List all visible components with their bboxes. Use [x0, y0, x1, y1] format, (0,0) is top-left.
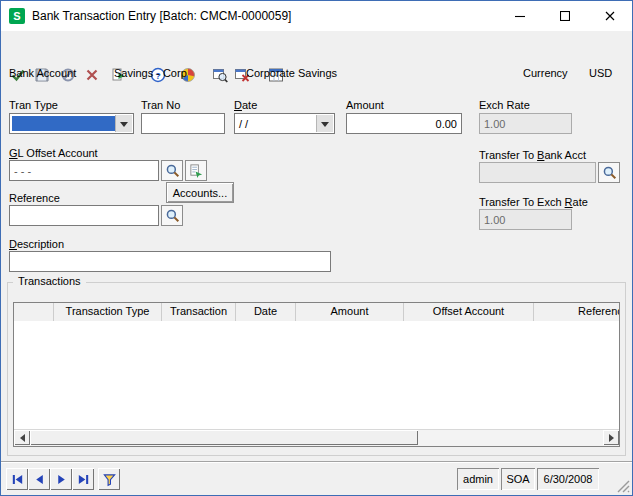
- scroll-right-button[interactable]: [603, 430, 619, 445]
- exch-rate-label: Exch Rate: [479, 99, 530, 112]
- window-title: Bank Transaction Entry [Batch: CMCM-0000…: [32, 1, 291, 31]
- resize-grip[interactable]: [616, 479, 630, 493]
- nav-first-button[interactable]: [6, 468, 28, 490]
- bank-account-label: Bank Account: [9, 67, 76, 80]
- user-box: admin: [457, 468, 499, 490]
- filter-button[interactable]: [98, 468, 120, 490]
- previous-record-icon: [32, 472, 47, 487]
- tran-type-dropdown-button[interactable]: [115, 115, 132, 132]
- gl-offset-lookup-button[interactable]: [161, 160, 183, 181]
- date-label: Date: [234, 99, 257, 112]
- bank-transaction-entry-window: S Bank Transaction Entry [Batch: CMCM-00…: [0, 0, 633, 496]
- column-header-date: Date: [236, 303, 296, 321]
- minimize-button[interactable]: [497, 1, 542, 30]
- date-dropdown-button[interactable]: [316, 115, 333, 132]
- date-value: / /: [239, 116, 248, 132]
- column-header-blank: [14, 303, 54, 321]
- next-record-icon: [54, 472, 69, 487]
- amount-label: Amount: [346, 99, 384, 112]
- description-label: Description: [9, 238, 64, 251]
- grid-header: Transaction Type Transaction Date Amount…: [14, 303, 619, 322]
- transfer-rate-label: Transfer To Exch Rate: [479, 196, 588, 209]
- column-header-transaction: Transaction: [162, 303, 236, 321]
- magnifier-icon: [165, 208, 180, 223]
- resize-grip-icon: [616, 479, 630, 493]
- tran-type-combo[interactable]: [9, 113, 134, 134]
- date-combo[interactable]: / /: [234, 113, 335, 134]
- date-box: 6/30/2008: [537, 468, 599, 490]
- column-header-reference: Reference: [534, 303, 619, 321]
- tran-type-selection: [12, 116, 115, 131]
- magnifier-icon: [602, 165, 617, 180]
- currency-label: Currency: [523, 67, 568, 80]
- transfer-bank-input: [479, 162, 596, 183]
- transfer-rate-input: [479, 209, 572, 230]
- scroll-right-icon: [609, 434, 618, 442]
- statusbar-divider: [1, 461, 632, 463]
- last-record-icon: [76, 472, 91, 487]
- scroll-left-button[interactable]: [14, 430, 30, 445]
- reference-input[interactable]: [9, 205, 159, 226]
- batch-lookup-button[interactable]: [209, 64, 231, 86]
- batch-lookup-icon: [212, 67, 228, 83]
- accounts-button[interactable]: Accounts...: [166, 182, 234, 203]
- magnifier-icon: [165, 163, 180, 178]
- maximize-icon: [560, 11, 570, 21]
- minimize-icon: [515, 11, 525, 21]
- scroll-thumb[interactable]: [30, 430, 418, 445]
- transfer-bank-lookup-button[interactable]: [598, 162, 620, 183]
- column-header-offset-account: Offset Account: [404, 303, 534, 321]
- toolbar: ?: [1, 31, 632, 57]
- first-record-icon: [10, 472, 25, 487]
- transfer-bank-label: Transfer To Bank Acct: [479, 149, 586, 162]
- tran-no-label: Tran No: [141, 99, 180, 112]
- app-icon: S: [9, 8, 25, 24]
- tran-no-input[interactable]: [141, 113, 225, 134]
- company-box: SOA: [501, 468, 535, 490]
- description-input[interactable]: [9, 251, 331, 272]
- reference-lookup-button[interactable]: [161, 205, 183, 226]
- transactions-group-label: Transactions: [13, 275, 86, 288]
- reference-label: Reference: [9, 192, 60, 205]
- bank-account-name: Corporate Savings: [246, 67, 337, 80]
- delete-icon: [84, 67, 100, 83]
- title-bar[interactable]: S Bank Transaction Entry [Batch: CMCM-00…: [1, 1, 632, 31]
- gl-offset-label: GL Offset Account: [9, 147, 98, 160]
- close-button[interactable]: [587, 1, 632, 30]
- horizontal-scrollbar[interactable]: [14, 429, 619, 446]
- exch-rate-input: [479, 113, 572, 134]
- nav-last-button[interactable]: [72, 468, 94, 490]
- gl-offset-input[interactable]: [9, 160, 159, 181]
- amount-input[interactable]: [346, 113, 462, 134]
- grid-body[interactable]: [14, 321, 619, 430]
- account-inquiry-icon: [189, 163, 204, 178]
- currency-value: USD: [589, 67, 612, 80]
- delete-button[interactable]: [81, 64, 103, 86]
- tran-type-label: Tran Type: [9, 99, 58, 112]
- close-icon: [605, 11, 615, 21]
- maximize-button[interactable]: [542, 1, 587, 30]
- gl-offset-inquiry-button[interactable]: [185, 160, 207, 181]
- column-header-transaction-type: Transaction Type: [54, 303, 162, 321]
- column-header-amount: Amount: [296, 303, 404, 321]
- scroll-left-icon: [16, 434, 25, 442]
- transactions-grid[interactable]: Transaction Type Transaction Date Amount…: [13, 302, 620, 447]
- filter-icon: [102, 472, 117, 487]
- nav-next-button[interactable]: [50, 468, 72, 490]
- bank-account-code: Savings - Corp: [114, 67, 187, 80]
- nav-prev-button[interactable]: [28, 468, 50, 490]
